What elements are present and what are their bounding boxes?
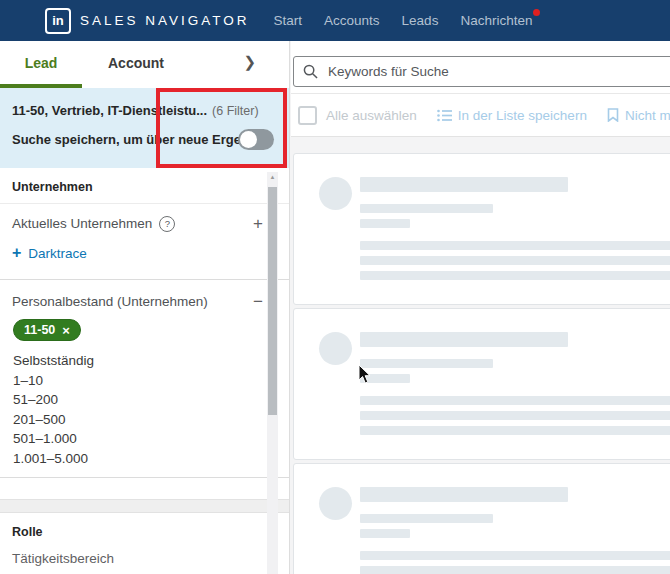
- skeleton-bar: [360, 256, 670, 265]
- unsave-label: Nicht mehr speic: [625, 108, 670, 123]
- avatar-placeholder: [319, 177, 352, 210]
- unsave-button[interactable]: Nicht mehr speic: [607, 108, 670, 123]
- navbar-items: Start Accounts Leads Nachrichten: [252, 13, 533, 28]
- nav-item-start[interactable]: Start: [274, 13, 303, 28]
- top-navbar: in SALES NAVIGATOR Start Accounts Leads …: [0, 0, 670, 41]
- skeleton-bar: [360, 411, 670, 420]
- toolbar-results-gap: [291, 136, 670, 153]
- skeleton-bar: [360, 551, 670, 560]
- lead-result-skeleton: [293, 308, 670, 460]
- skeleton-bar: [360, 204, 493, 213]
- headcount-options: Selbstständig 1–10 51–200 201–500 501–1.…: [0, 351, 289, 468]
- company-suggestion-darktrace[interactable]: + Darktrace: [0, 244, 289, 262]
- section-header-rolle: Rolle: [0, 513, 289, 543]
- save-to-list-button[interactable]: In der Liste speichern: [437, 108, 587, 123]
- select-all-checkbox[interactable]: [298, 106, 317, 125]
- notification-dot: [533, 9, 540, 16]
- linkedin-logo-icon[interactable]: in: [45, 8, 71, 34]
- sidebar-scrollbar-thumb[interactable]: [268, 187, 277, 415]
- avatar-placeholder: [319, 487, 352, 520]
- save-to-list-label: In der Liste speichern: [458, 108, 587, 123]
- lead-result-skeleton: [293, 153, 670, 305]
- skeleton-bar: [360, 396, 670, 405]
- nav-item-label: Nachrichten: [460, 13, 532, 28]
- add-current-company-icon[interactable]: +: [253, 215, 263, 232]
- nav-item-nachrichten[interactable]: Nachrichten: [460, 13, 532, 28]
- scrollbar-up-arrow-icon[interactable]: ▲: [267, 174, 278, 180]
- search-icon: [303, 64, 318, 79]
- search-row: [291, 41, 670, 93]
- headcount-option[interactable]: 51–200: [13, 390, 289, 410]
- collapse-headcount-icon[interactable]: −: [253, 293, 263, 310]
- skeleton-bar: [360, 241, 670, 250]
- filter-sidebar: Lead Account ❯ 11-50, Vertrieb, IT-Diens…: [0, 41, 290, 574]
- keyword-search-input[interactable]: [326, 63, 660, 80]
- skeleton-bar: [360, 426, 670, 435]
- keyword-search-box[interactable]: [293, 56, 670, 87]
- brand-title: SALES NAVIGATOR: [80, 13, 250, 28]
- skeleton-bar: [360, 219, 410, 228]
- help-question-icon[interactable]: ?: [159, 216, 175, 232]
- skeleton-bar: [360, 514, 493, 523]
- nav-item-leads[interactable]: Leads: [402, 13, 439, 28]
- current-company-label: Aktuelles Unternehmen: [12, 216, 152, 231]
- headcount-option[interactable]: 201–500: [13, 410, 289, 430]
- filter-list: Unternehmen Aktuelles Unternehmen ? + + …: [0, 168, 289, 574]
- function-row: Tätigkeitsbereich: [0, 551, 289, 566]
- headcount-row: Personalbestand (Unternehmen) −: [0, 293, 289, 310]
- save-search-toggle[interactable]: [238, 129, 274, 150]
- headcount-label: Personalbestand (Unternehmen): [12, 294, 208, 309]
- headcount-option[interactable]: Selbstständig: [13, 351, 289, 371]
- save-search-label: Suche speichern, um über neue Erge...: [12, 132, 238, 147]
- saved-search-banner: 11-50, Vertrieb, IT-Dienstleistu... (6 F…: [0, 88, 289, 168]
- sidebar-tabs: Lead Account ❯: [0, 41, 289, 88]
- divider: [0, 477, 289, 478]
- skeleton-bar: [360, 487, 568, 502]
- tab-lead[interactable]: Lead: [0, 55, 82, 71]
- toggle-knob: [240, 131, 257, 148]
- current-company-row: Aktuelles Unternehmen ? +: [0, 215, 289, 232]
- results-pane: Alle auswählen In der Liste speichern Ni…: [291, 41, 670, 574]
- results-toolbar: Alle auswählen In der Liste speichern Ni…: [291, 93, 670, 136]
- headcount-option[interactable]: 1.001–5.000: [13, 449, 289, 469]
- skeleton-bar: [360, 374, 410, 383]
- skeleton-bar: [360, 359, 493, 368]
- headcount-option[interactable]: 1–10: [13, 371, 289, 391]
- avatar-placeholder: [319, 332, 352, 365]
- nav-item-accounts[interactable]: Accounts: [324, 13, 380, 28]
- plus-icon: +: [12, 244, 21, 262]
- filter-pill-11-50[interactable]: 11-50 ×: [13, 319, 81, 341]
- headcount-option[interactable]: 501–1.000: [13, 429, 289, 449]
- tab-account[interactable]: Account: [108, 55, 164, 71]
- skeleton-bar: [360, 566, 670, 574]
- skeleton-bar: [360, 177, 568, 192]
- lead-result-skeleton: [293, 463, 670, 574]
- pill-label: 11-50: [24, 323, 55, 337]
- saved-search-title[interactable]: 11-50, Vertrieb, IT-Dienstleistu...: [12, 103, 207, 118]
- skeleton-bar: [360, 271, 670, 280]
- company-suggestion-label: Darktrace: [28, 246, 87, 261]
- section-header-unternehmen: Unternehmen: [0, 168, 289, 204]
- section-separator: [0, 499, 289, 513]
- filter-count: (6 Filter): [212, 104, 259, 118]
- select-all-label: Alle auswählen: [326, 108, 417, 123]
- chevron-right-icon[interactable]: ❯: [243, 53, 256, 71]
- remove-filter-icon[interactable]: ×: [62, 323, 70, 338]
- function-label: Tätigkeitsbereich: [12, 551, 114, 566]
- skeleton-bar: [360, 332, 568, 347]
- divider: [0, 279, 289, 280]
- list-icon: [437, 109, 452, 122]
- skeleton-bar: [360, 529, 410, 538]
- bookmark-icon: [607, 108, 619, 122]
